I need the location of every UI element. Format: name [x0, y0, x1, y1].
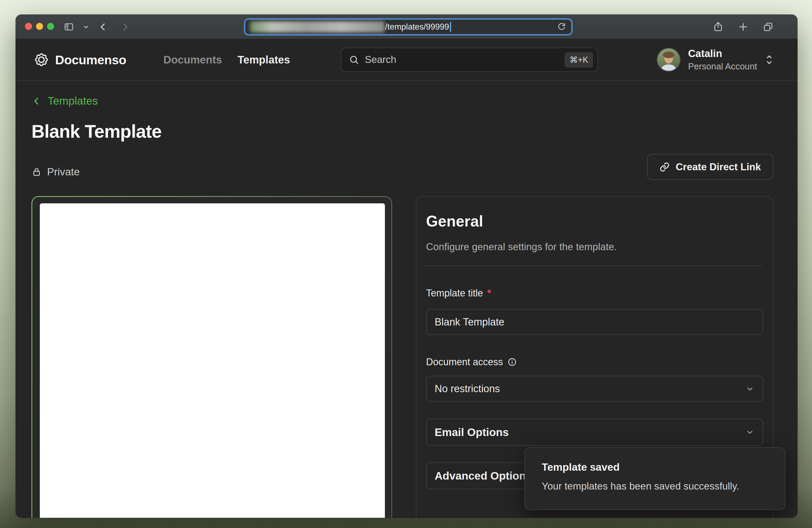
- search-bar[interactable]: ⌘+K: [341, 48, 598, 72]
- chevron-down-icon: [745, 428, 754, 437]
- browser-window: /templates/99999: [16, 15, 797, 518]
- minimize-window-button[interactable]: [36, 23, 43, 30]
- toast-message: Your templates has been saved successful…: [542, 481, 768, 492]
- document-page-blank[interactable]: [40, 203, 385, 518]
- chevrons-up-down-icon: [765, 53, 774, 66]
- search-icon: [349, 54, 359, 65]
- address-bar[interactable]: /templates/99999: [244, 18, 572, 35]
- text-caret: [450, 22, 451, 32]
- browser-titlebar: /templates/99999: [16, 15, 797, 39]
- reload-icon[interactable]: [557, 22, 566, 32]
- visibility-status: Private: [31, 166, 79, 180]
- page-title: Blank Template: [31, 121, 773, 142]
- divider: [426, 265, 763, 266]
- document-access-label: Document access: [426, 356, 763, 368]
- zoom-window-button[interactable]: [47, 23, 54, 30]
- sidebar-icon[interactable]: [63, 21, 74, 32]
- email-options-label: Email Options: [435, 426, 509, 439]
- nav-item-documents[interactable]: Documents: [163, 54, 222, 66]
- forward-icon[interactable]: [120, 21, 130, 32]
- breadcrumb-label[interactable]: Templates: [48, 95, 98, 107]
- advanced-options-label: Advanced Options: [435, 470, 532, 482]
- required-marker: *: [487, 288, 491, 299]
- template-title-input[interactable]: [426, 309, 763, 335]
- panel-title: General: [426, 212, 763, 230]
- close-window-button[interactable]: [25, 23, 32, 30]
- visibility-label: Private: [47, 166, 79, 178]
- main-nav: Documents Templates: [163, 54, 290, 66]
- user-menu[interactable]: Catalin Personal Account: [657, 48, 774, 72]
- panel-description: Configure general settings for the templ…: [426, 241, 763, 252]
- documenso-app: Documenso Documents Templates ⌘+K Catali…: [16, 39, 797, 518]
- document-preview-frame: [32, 197, 391, 518]
- create-direct-link-button[interactable]: Create Direct Link: [647, 154, 773, 180]
- email-options-toggle[interactable]: Email Options: [426, 419, 763, 446]
- template-title-label: Template title *: [426, 288, 763, 299]
- traffic-lights: [25, 23, 54, 30]
- create-direct-link-label: Create Direct Link: [676, 161, 761, 173]
- brand[interactable]: Documenso: [34, 52, 127, 68]
- document-access-value: No restrictions: [435, 383, 500, 395]
- document-access-select[interactable]: No restrictions: [426, 376, 763, 402]
- new-tab-icon[interactable]: [738, 21, 749, 32]
- toast-notification[interactable]: Template saved Your templates has been s…: [524, 447, 785, 510]
- user-name: Catalin: [688, 48, 757, 60]
- template-edit-page: Templates Blank Template Private: [16, 81, 797, 518]
- chevron-left-icon: [31, 96, 41, 106]
- nav-item-templates[interactable]: Templates: [237, 54, 290, 66]
- user-meta: Catalin Personal Account: [688, 48, 757, 72]
- app-header: Documenso Documents Templates ⌘+K Catali…: [16, 39, 797, 81]
- breadcrumb[interactable]: Templates: [31, 95, 98, 107]
- tabs-overview-icon[interactable]: [763, 21, 774, 32]
- documenso-seal-icon: [34, 52, 49, 68]
- share-icon[interactable]: [712, 21, 724, 32]
- link-icon: [659, 162, 670, 172]
- url-path-text: /templates/99999: [385, 22, 449, 32]
- toast-title: Template saved: [542, 461, 768, 473]
- blurred-domain: [250, 21, 385, 32]
- search-input[interactable]: [365, 54, 559, 65]
- info-icon[interactable]: [507, 357, 517, 367]
- back-icon[interactable]: [98, 21, 108, 32]
- user-account-type: Personal Account: [688, 61, 757, 72]
- search-shortcut-badge: ⌘+K: [565, 52, 593, 68]
- lock-icon: [31, 167, 42, 177]
- brand-name: Documenso: [55, 53, 127, 67]
- chevron-down-icon: [745, 384, 754, 394]
- chevron-down-icon[interactable]: [82, 23, 90, 31]
- document-preview-card: [31, 196, 392, 518]
- avatar: [657, 48, 681, 72]
